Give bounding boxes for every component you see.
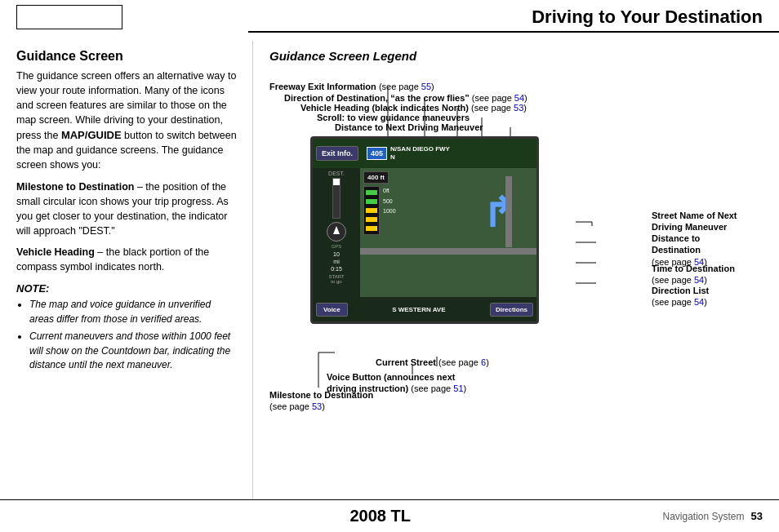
distance-next-ann: Distance to Next Driving Maneuver — [335, 122, 483, 133]
legend-heading: Guidance Screen Legend — [269, 49, 766, 63]
countdown-labels: 0ft 500 1000 — [383, 186, 396, 217]
freeway-exit-ann: Freeway Exit Information (see page 55) — [269, 81, 434, 92]
note-item-2: Current maneuvers and those within 1000 … — [29, 330, 238, 372]
nav-screen: Exit Info. 405 N/SAN DIEGO FWYN DEST. GP… — [310, 136, 539, 324]
map-guide-button-ref: MAP/GUIDE — [61, 129, 122, 141]
note-title: NOTE: — [16, 282, 238, 295]
cbar-item-5 — [366, 226, 377, 231]
compass-arrow — [333, 226, 340, 234]
nav-map: 400 ft 0ft 500 1000 ↱ — [360, 168, 536, 297]
voice-button-display: Voice — [316, 303, 348, 317]
highway-sign: 405 N/SAN DIEGO FWYN — [367, 145, 450, 161]
note-list: The map and voice guidance in unverified… — [16, 298, 238, 372]
guidance-para1: The guidance screen offers an alternativ… — [16, 69, 238, 173]
milestone-bar — [332, 178, 341, 219]
right-column: Guidance Screen Legend — [253, 41, 779, 499]
milestone-para: Milestone to Destination – the position … — [16, 180, 238, 239]
vehicle-heading-para: Vehicle Heading – the black portion of t… — [16, 245, 238, 274]
road-vertical — [505, 176, 512, 247]
nav-screen-bottom-bar: Voice S WESTERN AVE Directions — [313, 297, 536, 321]
cbar-item-3 — [366, 208, 377, 213]
diagram-area: Freeway Exit Information (see page 55) D… — [269, 71, 766, 479]
to-go-label: to go — [331, 279, 341, 284]
time-dest-ann: Time to Destination (see page 54) — [652, 263, 766, 286]
distance-box: 400 ft — [363, 171, 389, 184]
cbar-item-2 — [366, 199, 377, 204]
footer-year: 2008 TL — [98, 507, 662, 525]
highway-text: N/SAN DIEGO FWYN — [390, 145, 450, 161]
cbar-item-1 — [366, 190, 377, 195]
footer-page-number: 53 — [751, 510, 763, 522]
page-title: Driving to Your Destination — [265, 7, 763, 28]
directions-button-display: Directions — [490, 303, 533, 317]
page-footer: 2008 TL Navigation System 53 — [0, 499, 779, 532]
dest-label: DEST. — [328, 171, 345, 176]
street-name-ann: Street Name of Next Driving Maneuver — [652, 210, 766, 233]
page-header: Driving to Your Destination — [248, 0, 779, 33]
footer-right: Navigation System 53 — [662, 510, 763, 522]
direction-list-ann: Direction List (see page 54) — [652, 285, 766, 308]
compass — [327, 222, 346, 242]
footer-nav-label: Navigation System — [662, 511, 744, 522]
logo-box — [16, 5, 122, 29]
nav-screen-top-bar: Exit Info. 405 N/SAN DIEGO FWYN — [313, 139, 536, 168]
highway-badge: 405 — [367, 147, 387, 160]
main-content: Guidance Screen The guidance screen offe… — [0, 41, 779, 499]
current-street-display: S WESTERN AVE — [392, 306, 445, 313]
gps-label: GPS — [332, 244, 342, 249]
note-item-1: The map and voice guidance in unverified… — [29, 298, 238, 326]
time-display: 10mi0:15 — [331, 250, 342, 273]
milestone-ann: Milestone to Destination (see page 53) — [269, 389, 373, 413]
nav-sidebar: DEST. GPS 10mi0:15 START to go — [313, 168, 360, 297]
left-column: Guidance Screen The guidance screen offe… — [0, 41, 253, 499]
guidance-screen-heading: Guidance Screen — [16, 49, 238, 64]
road-horizontal — [360, 248, 536, 255]
countdown-bar — [363, 186, 380, 235]
exit-info-display: Exit Info. — [316, 146, 358, 161]
cbar-item-4 — [366, 217, 377, 222]
current-street-ann: Current Street (see page 6) — [376, 357, 489, 368]
note-section: NOTE: The map and voice guidance in unve… — [16, 282, 238, 372]
